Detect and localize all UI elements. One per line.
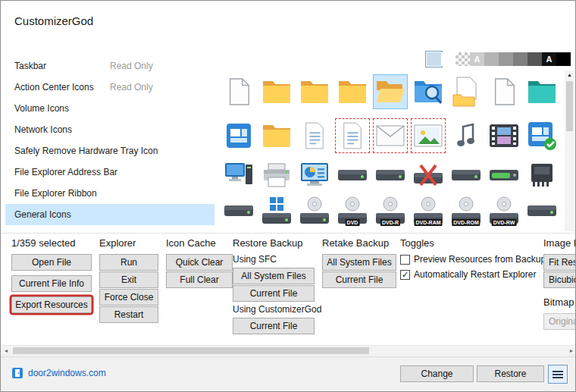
open-file-button[interactable]: Open File xyxy=(11,254,92,271)
sidebar-item-network-icons[interactable]: Network Icons xyxy=(5,119,214,140)
folder-search-icon[interactable] xyxy=(411,74,446,109)
sub-label-using-sfc: Using SFC xyxy=(233,254,321,265)
color-swatch-8[interactable]: A xyxy=(542,52,556,66)
all-system-files-button[interactable]: All System Files xyxy=(233,268,315,284)
exit-button[interactable]: Exit xyxy=(99,271,158,288)
chip-icon[interactable] xyxy=(524,158,559,193)
drive-icon[interactable] xyxy=(524,193,559,228)
vertical-scrollbar[interactable]: ▲ xyxy=(565,71,574,231)
horizontal-scrollbar[interactable]: ◄ ► xyxy=(1,345,576,356)
panel: 1/359 selectedOpen FileCurrent File Info… xyxy=(1,233,576,345)
sidebar-item-volume-icons[interactable]: Volume Icons xyxy=(5,98,214,119)
color-swatch-0[interactable] xyxy=(427,52,441,66)
current-file-button[interactable]: Current File xyxy=(322,271,396,288)
drive-dvd-icon[interactable]: DVD-ROM xyxy=(449,193,484,228)
website-link-label: door2windows.com xyxy=(28,368,106,378)
force-close-button[interactable]: Force Close xyxy=(99,289,158,306)
full-clear-button[interactable]: Full Clear xyxy=(166,271,233,288)
drive-icon[interactable] xyxy=(449,158,484,193)
sidebar-item-label: File Explorer Address Bar xyxy=(14,167,117,177)
drive-dvd-icon[interactable]: DVD xyxy=(335,193,370,228)
scroll-left-icon[interactable]: ◄ xyxy=(1,346,11,355)
folder-icon[interactable] xyxy=(335,74,370,109)
group-bitmap-p: Bitmap POriginal xyxy=(543,296,576,330)
color-swatch-7[interactable] xyxy=(527,52,542,66)
sidebar-item-safely-remove-hardware-tray-icon[interactable]: Safely Remove Hardware Tray Icon xyxy=(5,140,214,162)
group-title-retake-backup: Retake Backup xyxy=(322,237,396,249)
window-app-icon[interactable] xyxy=(221,118,256,153)
folder-teal-icon[interactable] xyxy=(524,74,559,109)
chart-pc-icon[interactable] xyxy=(297,158,332,193)
folder-open-icon[interactable] xyxy=(373,74,408,109)
app-check-icon[interactable] xyxy=(524,118,559,153)
run-button[interactable]: Run xyxy=(99,254,158,271)
checkbox-box xyxy=(400,255,410,265)
all-system-files-button[interactable]: All System Files xyxy=(322,254,396,271)
checkbox-preview-resources-from-backup[interactable]: Preview Resources from Backup xyxy=(400,254,546,265)
group-title-image-r: Image R xyxy=(543,237,576,249)
drive-dvd-icon[interactable]: DVD-RAM xyxy=(411,193,446,228)
color-swatch-4[interactable] xyxy=(484,52,499,66)
mail-icon[interactable] xyxy=(373,118,408,153)
current-file-button[interactable]: Current File xyxy=(233,318,315,334)
file-icon[interactable] xyxy=(487,74,521,109)
pc-icon[interactable] xyxy=(221,158,256,193)
color-swatch-6[interactable] xyxy=(513,52,527,66)
doc-icon[interactable] xyxy=(335,118,370,153)
current-file-info-button[interactable]: Current File Info xyxy=(11,275,92,292)
folder-doc-icon[interactable] xyxy=(449,74,484,109)
drive-x-icon[interactable] xyxy=(411,158,446,193)
fit-resiz-button[interactable]: Fit Resiz xyxy=(543,254,576,271)
color-swatch-5[interactable] xyxy=(499,52,513,66)
checkbox-automatically-restart-explorer[interactable]: ✓Automatically Restart Explorer xyxy=(400,269,546,280)
drive-icon[interactable] xyxy=(221,193,256,228)
file-icon[interactable] xyxy=(221,74,256,109)
app-window: CustomizerGod TaskbarRead OnlyAction Cen… xyxy=(0,0,576,392)
sidebar-item-label: File Explorer Ribbon xyxy=(14,188,97,199)
group-image-r: Image RFit ResizBicubic xyxy=(543,237,576,289)
drive-icon[interactable] xyxy=(373,158,408,193)
change-button[interactable]: Change xyxy=(400,365,474,382)
group-selected: 1/359 selectedOpen FileCurrent File Info… xyxy=(11,237,92,318)
sidebar-item-taskbar[interactable]: TaskbarRead Only xyxy=(5,55,214,77)
color-swatch-1[interactable] xyxy=(441,52,455,66)
sidebar-item-file-explorer-ribbon[interactable]: File Explorer Ribbon xyxy=(5,183,214,204)
scroll-right-icon[interactable]: ► xyxy=(566,346,576,355)
drive-dvd-icon[interactable]: DVD-RW xyxy=(487,193,521,228)
color-swatch-2[interactable] xyxy=(455,52,470,66)
color-swatch-9[interactable] xyxy=(556,52,571,66)
doc-icon[interactable] xyxy=(297,118,332,153)
bicubic-button[interactable]: Bicubic xyxy=(543,271,576,288)
drive-cd-icon[interactable] xyxy=(297,193,332,228)
menu-button[interactable] xyxy=(548,365,568,384)
sidebar-item-action-center-icons[interactable]: Action Center IconsRead Only xyxy=(5,77,214,98)
sidebar-item-general-icons[interactable]: General Icons xyxy=(5,204,214,225)
drive-win-icon[interactable] xyxy=(259,193,294,228)
export-resources-button[interactable]: Export Resources xyxy=(11,296,92,313)
drive-green-icon[interactable] xyxy=(487,158,521,193)
restart-button[interactable]: Restart xyxy=(99,306,158,323)
drive-dvd-icon[interactable]: DVD-R xyxy=(373,193,408,228)
color-swatch-3[interactable]: A xyxy=(470,52,484,66)
restore-button[interactable]: Restore xyxy=(477,365,544,382)
quick-clear-button[interactable]: Quick Clear xyxy=(166,254,233,271)
group-title-icon-cache: Icon Cache xyxy=(166,237,233,249)
sidebar-item-label: Network Icons xyxy=(14,124,72,135)
horizontal-scroll-thumb[interactable] xyxy=(13,347,369,354)
printer-icon[interactable] xyxy=(259,158,294,193)
folder-icon[interactable] xyxy=(297,74,332,109)
drive-icon[interactable] xyxy=(335,158,370,193)
vertical-scroll-thumb[interactable] xyxy=(566,81,573,131)
music-icon[interactable] xyxy=(449,118,484,153)
film-icon[interactable] xyxy=(487,118,521,153)
sidebar-item-file-explorer-address-bar[interactable]: File Explorer Address Bar xyxy=(5,162,214,183)
picture-icon[interactable] xyxy=(411,118,446,153)
folder-icon[interactable] xyxy=(259,118,294,153)
folder-icon[interactable] xyxy=(259,74,294,109)
website-link[interactable]: door2windows.com xyxy=(11,367,106,379)
sidebar: TaskbarRead OnlyAction Center IconsRead … xyxy=(5,55,214,225)
current-file-button[interactable]: Current File xyxy=(233,285,315,302)
read-only-note: Read Only xyxy=(110,82,153,93)
drive-label: DVD-R xyxy=(380,219,400,226)
scroll-up-icon[interactable]: ▲ xyxy=(565,71,574,80)
